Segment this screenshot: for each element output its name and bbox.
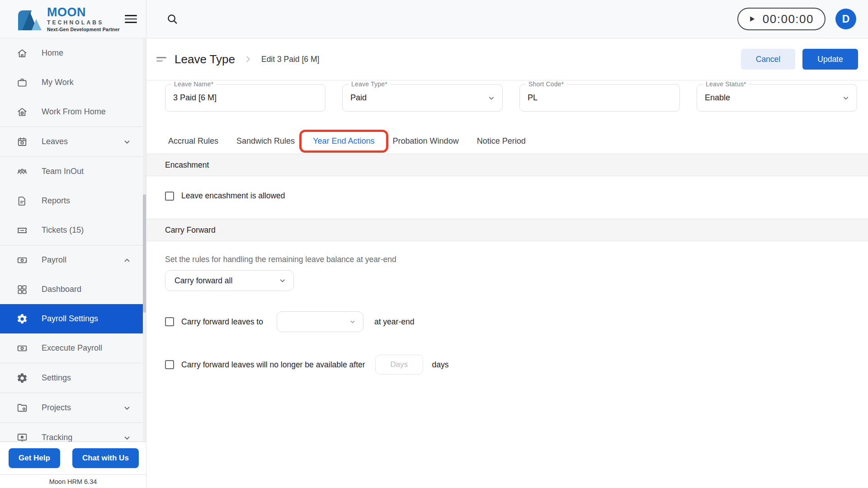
tab-accrual-rules[interactable]: Accrual Rules bbox=[168, 136, 218, 146]
sidebar-nav: Home My Work Work From Home Leaves bbox=[0, 38, 143, 452]
sidebar-item-team-inout[interactable]: Team InOut bbox=[0, 157, 143, 186]
checkbox-label: Carry forward leaves to bbox=[181, 317, 263, 327]
leaves-to-select[interactable] bbox=[277, 311, 363, 332]
field-value: Enable bbox=[705, 84, 730, 111]
tab-label: Year End Actions bbox=[313, 136, 374, 145]
calendar-icon bbox=[16, 136, 28, 148]
leave-encashment-checkbox[interactable] bbox=[165, 192, 174, 201]
sidebar-scrollbar-thumb[interactable] bbox=[143, 194, 146, 313]
carry-forward-leaves-to-checkbox[interactable] bbox=[165, 317, 174, 326]
tab-probation-window[interactable]: Probation Window bbox=[393, 136, 459, 146]
app-logo[interactable]: MOON TECHNOLABS Next-Gen Development Par… bbox=[16, 6, 120, 32]
logo-text: MOON TECHNOLABS Next-Gen Development Par… bbox=[47, 6, 120, 32]
banknote-icon bbox=[16, 254, 28, 266]
short-code-field[interactable]: Short Code* PL bbox=[519, 84, 680, 112]
tab-notice-period[interactable]: Notice Period bbox=[477, 136, 526, 146]
play-icon[interactable] bbox=[747, 14, 756, 23]
sidebar-item-label: Team InOut bbox=[42, 167, 132, 176]
leave-name-field[interactable]: Leave Name* 3 Paid [6 M] bbox=[165, 84, 326, 112]
topbar: MOON TECHNOLABS Next-Gen Development Par… bbox=[0, 0, 868, 38]
chevron-down-icon bbox=[841, 94, 850, 103]
chat-with-us-button[interactable]: Chat with Us bbox=[72, 448, 139, 468]
topbar-main: 00:00:00 D bbox=[146, 0, 868, 38]
page-title: Leave Type bbox=[175, 52, 235, 66]
gear-icon bbox=[16, 313, 28, 325]
header-actions: Cancel Update bbox=[741, 49, 858, 70]
sidebar-item-label: Leaves bbox=[42, 137, 108, 146]
carry-forward-expiry-row: Carry forward leaves will no longer be a… bbox=[146, 355, 868, 375]
user-avatar[interactable]: D bbox=[835, 9, 856, 29]
search-icon bbox=[166, 13, 179, 25]
topbar-left: MOON TECHNOLABS Next-Gen Development Par… bbox=[0, 0, 146, 38]
sidebar-item-payroll-settings[interactable]: Payroll Settings bbox=[0, 304, 143, 333]
chevron-down-icon bbox=[122, 137, 132, 147]
app-version: Moon HRM 6.34 bbox=[0, 474, 146, 488]
carry-forward-mode-select[interactable]: Carry forward all bbox=[165, 270, 294, 291]
field-value: PL bbox=[528, 84, 538, 111]
sidebar-item-dashboard[interactable]: Dashboard bbox=[0, 275, 143, 304]
days-label: days bbox=[432, 360, 449, 370]
sidebar-item-leaves[interactable]: Leaves bbox=[0, 127, 143, 156]
chevron-up-icon bbox=[122, 255, 132, 265]
tab-year-end-actions[interactable]: Year End Actions bbox=[313, 136, 374, 146]
sidebar-item-label: Excecute Payroll bbox=[42, 343, 132, 353]
carry-forward-expiry-checkbox[interactable] bbox=[165, 360, 174, 369]
leave-type-select[interactable]: Leave Type* Paid bbox=[342, 84, 503, 112]
sidebar-footer: Get Help Chat with Us Moon HRM 6.34 bbox=[0, 441, 146, 488]
sidebar-item-payroll[interactable]: Payroll bbox=[0, 245, 143, 275]
sidebar-item-home[interactable]: Home bbox=[0, 38, 143, 68]
sidebar-item-work-from-home[interactable]: Work From Home bbox=[0, 97, 143, 127]
sidebar-item-label: Tracking bbox=[42, 433, 108, 442]
sidebar-item-tickets[interactable]: Tickets (15) bbox=[0, 216, 143, 245]
field-value: Paid bbox=[350, 84, 367, 111]
search-button[interactable] bbox=[163, 9, 182, 28]
list-lines-icon bbox=[156, 57, 166, 61]
sidebar-item-settings[interactable]: Settings bbox=[0, 363, 143, 393]
logo-name: MOON bbox=[47, 6, 120, 19]
banknote-icon bbox=[16, 343, 28, 354]
sidebar-item-reports[interactable]: Reports bbox=[0, 186, 143, 216]
main-content: Leave Type Edit 3 Paid [6 M] Cancel Upda… bbox=[146, 38, 868, 488]
breadcrumb-current: Edit 3 Paid [6 M] bbox=[261, 55, 319, 64]
tab-bar: Accrual Rules Sandwich Rules Year End Ac… bbox=[146, 129, 868, 154]
page-header: Leave Type Edit 3 Paid [6 M] Cancel Upda… bbox=[146, 38, 868, 80]
sidebar-item-label: Payroll bbox=[42, 255, 108, 265]
select-value: Carry forward all bbox=[175, 271, 232, 291]
carry-forward-description: Set the rules for handling the remaining… bbox=[146, 255, 868, 264]
carry-forward-section-header: Carry Forward bbox=[146, 219, 868, 241]
timer-widget[interactable]: 00:00:00 bbox=[737, 8, 826, 30]
get-help-button[interactable]: Get Help bbox=[9, 448, 60, 468]
sidebar-item-excecute-payroll[interactable]: Excecute Payroll bbox=[0, 333, 143, 363]
at-year-end-label: at year-end bbox=[374, 317, 415, 327]
update-button[interactable]: Update bbox=[802, 49, 858, 70]
home-icon bbox=[16, 47, 28, 59]
encashment-section-header: Encashment bbox=[146, 154, 868, 176]
checkbox-label: Leave encashment is allowed bbox=[181, 191, 285, 201]
breadcrumb: Leave Type Edit 3 Paid [6 M] bbox=[156, 52, 319, 66]
sidebar-item-label: Dashboard bbox=[42, 285, 132, 294]
sidebar-item-label: Tickets (15) bbox=[42, 225, 132, 235]
checkbox-label: Carry forward leaves will no longer be a… bbox=[181, 360, 365, 370]
dashboard-grid-icon bbox=[16, 284, 28, 296]
days-input[interactable] bbox=[375, 355, 423, 375]
sidebar-item-projects[interactable]: Projects bbox=[0, 393, 143, 422]
chevron-down-icon bbox=[487, 94, 496, 103]
sidebar-item-label: Work From Home bbox=[42, 107, 132, 117]
chevron-down-icon bbox=[122, 403, 132, 413]
leave-status-select[interactable]: Leave Status* Enable bbox=[697, 84, 857, 112]
topbar-right: 00:00:00 D bbox=[737, 8, 856, 30]
chevron-right-icon bbox=[243, 54, 253, 64]
carry-forward-leaves-to-row: Carry forward leaves to at year-end bbox=[146, 311, 868, 332]
tab-sandwich-rules[interactable]: Sandwich Rules bbox=[236, 136, 295, 146]
sidebar-item-label: Projects bbox=[42, 403, 108, 413]
chevron-down-icon bbox=[349, 318, 357, 326]
cancel-button[interactable]: Cancel bbox=[741, 49, 795, 70]
sidebar-item-my-work[interactable]: My Work bbox=[0, 68, 143, 97]
logo-subtitle: TECHNOLABS bbox=[47, 20, 120, 25]
briefcase-icon bbox=[16, 77, 28, 89]
timer-value: 00:00:00 bbox=[763, 12, 814, 26]
sidebar-item-label: Home bbox=[42, 48, 132, 58]
ticket-icon bbox=[16, 225, 28, 236]
home-lock-icon bbox=[16, 106, 28, 118]
hamburger-menu-icon[interactable] bbox=[122, 10, 140, 28]
